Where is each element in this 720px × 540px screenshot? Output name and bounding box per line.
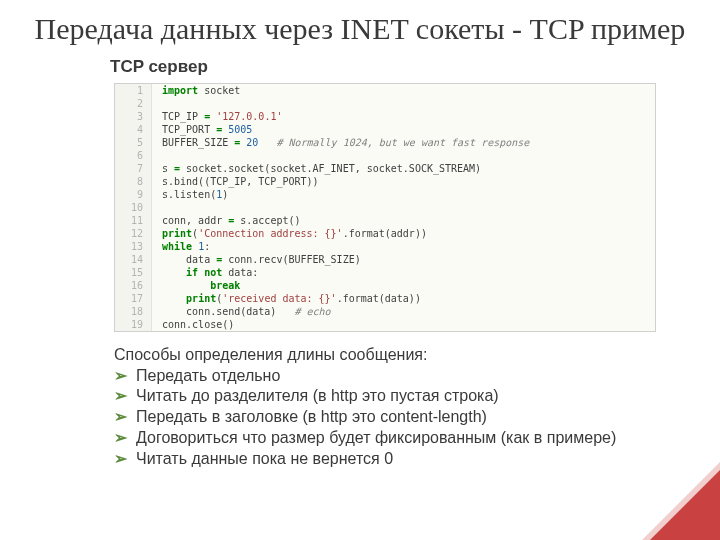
code-content: conn, addr = s.accept() (152, 214, 530, 227)
line-number: 1 (115, 84, 152, 97)
code-content: conn.send(data) # echo (152, 305, 530, 318)
code-line: 14 data = conn.recv(BUFFER_SIZE) (115, 253, 529, 266)
code-line: 1import socket (115, 84, 529, 97)
code-content: import socket (152, 84, 530, 97)
code-content: while 1: (152, 240, 530, 253)
line-number: 8 (115, 175, 152, 188)
list-item: ➢Читать до разделителя (в http это пуста… (114, 386, 690, 407)
line-number: 2 (115, 97, 152, 110)
bullet-arrow-icon: ➢ (114, 366, 127, 387)
methods-heading: Способы определения длины сообщения: (114, 346, 690, 364)
code-line: 18 conn.send(data) # echo (115, 305, 529, 318)
line-number: 5 (115, 136, 152, 149)
line-number: 9 (115, 188, 152, 201)
subtitle: TCP сервер (110, 57, 690, 77)
bullet-arrow-icon: ➢ (114, 449, 127, 470)
line-number: 14 (115, 253, 152, 266)
code-content: print('Connection address: {}'.format(ad… (152, 227, 530, 240)
line-number: 6 (115, 149, 152, 162)
line-number: 15 (115, 266, 152, 279)
code-content (152, 201, 530, 214)
list-item: ➢Читать данные пока не вернется 0 (114, 449, 690, 470)
bullet-arrow-icon: ➢ (114, 386, 127, 407)
page-title: Передача данных через INET сокеты - TCP … (30, 12, 690, 47)
code-line: 12print('Connection address: {}'.format(… (115, 227, 529, 240)
methods-list: ➢Передать отдельно➢Читать до разделителя… (114, 366, 690, 470)
list-item-label: Читать до разделителя (в http это пустая… (136, 387, 499, 404)
code-content (152, 97, 530, 110)
code-line: 19conn.close() (115, 318, 529, 331)
line-number: 11 (115, 214, 152, 227)
bullet-arrow-icon: ➢ (114, 407, 127, 428)
list-item-label: Передать в заголовке (в http это content… (136, 408, 487, 425)
line-number: 19 (115, 318, 152, 331)
code-line: 16 break (115, 279, 529, 292)
code-content: print('received data: {}'.format(data)) (152, 292, 530, 305)
line-number: 7 (115, 162, 152, 175)
list-item-label: Договориться что размер будет фиксирован… (136, 429, 616, 446)
list-item-label: Читать данные пока не вернется 0 (136, 450, 393, 467)
slide: Передача данных через INET сокеты - TCP … (0, 0, 720, 540)
code-content: if not data: (152, 266, 530, 279)
code-line: 10 (115, 201, 529, 214)
code-table: 1import socket23TCP_IP = '127.0.0.1'4TCP… (115, 84, 529, 331)
list-item: ➢Договориться что размер будет фиксирова… (114, 428, 690, 449)
code-line: 6 (115, 149, 529, 162)
code-line: 2 (115, 97, 529, 110)
corner-decoration (650, 470, 720, 540)
code-content: TCP_PORT = 5005 (152, 123, 530, 136)
list-item-label: Передать отдельно (136, 367, 280, 384)
code-content: s = socket.socket(socket.AF_INET, socket… (152, 162, 530, 175)
code-content: data = conn.recv(BUFFER_SIZE) (152, 253, 530, 266)
code-line: 9s.listen(1) (115, 188, 529, 201)
line-number: 13 (115, 240, 152, 253)
bullet-arrow-icon: ➢ (114, 428, 127, 449)
code-content: break (152, 279, 530, 292)
code-content: BUFFER_SIZE = 20 # Normally 1024, but we… (152, 136, 530, 149)
code-content: s.bind((TCP_IP, TCP_PORT)) (152, 175, 530, 188)
code-line: 7s = socket.socket(socket.AF_INET, socke… (115, 162, 529, 175)
line-number: 17 (115, 292, 152, 305)
code-line: 11conn, addr = s.accept() (115, 214, 529, 227)
line-number: 10 (115, 201, 152, 214)
code-line: 5BUFFER_SIZE = 20 # Normally 1024, but w… (115, 136, 529, 149)
code-content: TCP_IP = '127.0.0.1' (152, 110, 530, 123)
line-number: 18 (115, 305, 152, 318)
code-content: conn.close() (152, 318, 530, 331)
code-content (152, 149, 530, 162)
code-content: s.listen(1) (152, 188, 530, 201)
list-item: ➢Передать отдельно (114, 366, 690, 387)
code-line: 8s.bind((TCP_IP, TCP_PORT)) (115, 175, 529, 188)
line-number: 12 (115, 227, 152, 240)
line-number: 4 (115, 123, 152, 136)
code-line: 13while 1: (115, 240, 529, 253)
code-line: 17 print('received data: {}'.format(data… (115, 292, 529, 305)
line-number: 16 (115, 279, 152, 292)
code-line: 4TCP_PORT = 5005 (115, 123, 529, 136)
line-number: 3 (115, 110, 152, 123)
code-line: 3TCP_IP = '127.0.0.1' (115, 110, 529, 123)
list-item: ➢Передать в заголовке (в http это conten… (114, 407, 690, 428)
code-line: 15 if not data: (115, 266, 529, 279)
code-block: 1import socket23TCP_IP = '127.0.0.1'4TCP… (114, 83, 656, 332)
